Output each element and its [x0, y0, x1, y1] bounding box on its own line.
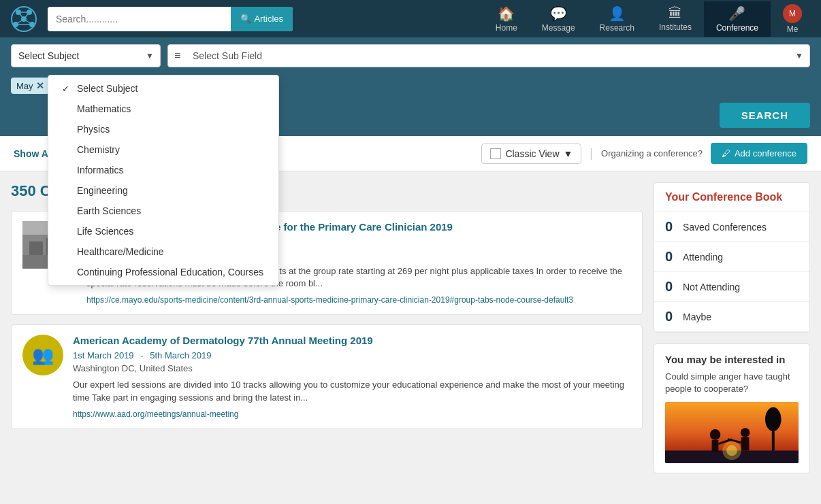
- tag-close-icon[interactable]: ✕: [36, 80, 44, 91]
- conference-location: Washington DC, United States: [73, 363, 631, 373]
- avatar: M: [783, 4, 802, 23]
- conference-icon-avatar: 👥: [22, 335, 63, 375]
- results-number: 350: [11, 182, 36, 199]
- search-bar: 🔍 Articles: [48, 7, 293, 31]
- nav-institutes-label: Institutes: [659, 22, 692, 32]
- date-dash: -: [140, 350, 143, 360]
- not-attending-count: 0: [665, 279, 676, 295]
- interested-desc: Could simple anger have taught people to…: [665, 371, 799, 395]
- nav-message-label: Message: [542, 23, 575, 33]
- conference-link[interactable]: https://www.aad.org/meetings/annual-meet…: [73, 409, 631, 419]
- nav-research-label: Research: [600, 23, 634, 33]
- saved-conferences-row: 0 Saved Conferences: [654, 212, 809, 242]
- dropdown-item-healthcare[interactable]: Healthcare/Medicine: [48, 241, 278, 262]
- subfield-select-wrap: ≡ Select Sub Field ▼: [167, 44, 810, 67]
- subject-dropdown-overlay: ✓ Select Subject Mathematics Physics Che…: [48, 75, 279, 286]
- big-search-button[interactable]: SEARCH: [720, 103, 810, 128]
- attending-row: 0 Attending: [654, 242, 809, 272]
- svg-point-20: [710, 429, 721, 440]
- nav-me-label: Me: [787, 24, 799, 34]
- saved-label: Saved Conferences: [683, 222, 767, 233]
- conference-icon: 🎤: [728, 5, 745, 22]
- svg-point-29: [726, 446, 737, 456]
- interested-image: [665, 402, 799, 463]
- dropdown-label-1: Mathematics: [77, 103, 131, 114]
- sidebar: Your Conference Book 0 Saved Conferences…: [654, 182, 810, 473]
- message-icon: 💬: [550, 5, 567, 22]
- filter-section: Select Subject Mathematics Physics Chemi…: [0, 37, 821, 74]
- attending-count: 0: [665, 249, 676, 265]
- start-date: 1st March 2019: [73, 350, 134, 360]
- end-date: 5th March 2019: [150, 350, 211, 360]
- plus-icon: 🖊: [722, 148, 730, 158]
- checkbox-icon: [490, 148, 501, 159]
- nav-home-label: Home: [496, 23, 517, 33]
- search-button[interactable]: 🔍 Articles: [231, 7, 293, 31]
- conference-title[interactable]: American Academy of Dermatology 77th Ann…: [73, 335, 631, 346]
- svg-line-7: [24, 12, 29, 19]
- svg-rect-14: [29, 241, 43, 255]
- search-input[interactable]: [48, 8, 231, 30]
- subject-select-wrap: Select Subject Mathematics Physics Chemi…: [11, 44, 161, 67]
- conference-description: Our expert led sessions are divided into…: [73, 379, 631, 403]
- interested-section: You may be interested in Could simple an…: [654, 343, 810, 473]
- svg-rect-21: [712, 440, 719, 452]
- logo[interactable]: [7, 3, 41, 34]
- nav-conference[interactable]: 🎤 Conference: [704, 1, 771, 37]
- search-icon: 🔍: [240, 14, 251, 24]
- dropdown-item-select-subject[interactable]: ✓ Select Subject: [48, 78, 278, 99]
- saved-count: 0: [665, 219, 676, 235]
- nav-me[interactable]: M Me: [771, 0, 814, 38]
- svg-line-8: [16, 19, 24, 24]
- conference-dates: 1st March 2019 - 5th March 2019: [73, 350, 631, 360]
- nav-conference-label: Conference: [716, 23, 758, 33]
- right-controls: Classic View ▼ | Organizing a conference…: [481, 143, 807, 164]
- tag-may: May ✕: [11, 78, 50, 94]
- subject-select[interactable]: Select Subject Mathematics Physics Chemi…: [11, 44, 161, 67]
- add-conference-button[interactable]: 🖊 Add conference: [711, 143, 807, 164]
- dropdown-label-8: Healthcare/Medicine: [77, 246, 164, 257]
- dropdown-item-earth-sciences[interactable]: Earth Sciences: [48, 201, 278, 221]
- dropdown-label-5: Engineering: [77, 185, 128, 196]
- subfield-select[interactable]: Select Sub Field: [167, 44, 810, 67]
- subfield-list-icon: ≡: [174, 50, 180, 62]
- svg-point-23: [741, 429, 750, 438]
- dropdown-label-2: Physics: [77, 124, 110, 135]
- dropdown-item-engineering[interactable]: Engineering: [48, 180, 278, 201]
- dropdown-label-4: Informatics: [77, 165, 123, 175]
- home-icon: 🏠: [498, 5, 515, 22]
- conference-book: Your Conference Book 0 Saved Conferences…: [654, 182, 810, 333]
- maybe-label: Maybe: [683, 312, 711, 322]
- dropdown-label-3: Chemistry: [77, 144, 120, 155]
- not-attending-row: 0 Not Attending: [654, 272, 809, 302]
- dropdown-label-9: Continuing Professional Education, Cours…: [77, 267, 263, 278]
- nav-research[interactable]: 👤 Research: [587, 1, 647, 37]
- svg-line-6: [18, 12, 24, 19]
- chevron-down-icon: ▼: [564, 148, 573, 159]
- institutes-icon: 🏛: [669, 5, 682, 21]
- classic-view-label: Classic View: [505, 148, 559, 159]
- conference-link[interactable]: https://ce.mayo.edu/sports-medicine/cont…: [86, 295, 631, 305]
- nav-institutes[interactable]: 🏛 Institutes: [647, 1, 704, 36]
- people-icon: 👥: [32, 345, 54, 366]
- tag-may-label: May: [16, 81, 33, 91]
- interested-title: You may be interested in: [665, 354, 799, 365]
- conference-book-title: Your Conference Book: [654, 183, 809, 212]
- dropdown-label-6: Earth Sciences: [77, 205, 141, 216]
- nav-home[interactable]: 🏠 Home: [483, 1, 530, 37]
- nav-items: 🏠 Home 💬 Message 👤 Research 🏛 Institutes…: [483, 0, 814, 38]
- dropdown-item-physics[interactable]: Physics: [48, 119, 278, 139]
- dropdown-item-informatics[interactable]: Informatics: [48, 160, 278, 180]
- dropdown-item-mathematics[interactable]: Mathematics: [48, 99, 278, 119]
- not-attending-label: Not Attending: [683, 282, 740, 292]
- check-icon: ✓: [62, 84, 71, 94]
- nav-message[interactable]: 💬 Message: [530, 1, 587, 37]
- maybe-count: 0: [665, 309, 676, 324]
- classic-view-button[interactable]: Classic View ▼: [481, 144, 581, 164]
- research-icon: 👤: [609, 5, 626, 22]
- dropdown-label-7: Life Sciences: [77, 226, 133, 237]
- dropdown-item-cpe[interactable]: Continuing Professional Education, Cours…: [48, 262, 278, 282]
- dropdown-item-life-sciences[interactable]: Life Sciences: [48, 221, 278, 241]
- dropdown-item-chemistry[interactable]: Chemistry: [48, 139, 278, 160]
- conference-card: 👥 American Academy of Dermatology 77th A…: [11, 324, 643, 429]
